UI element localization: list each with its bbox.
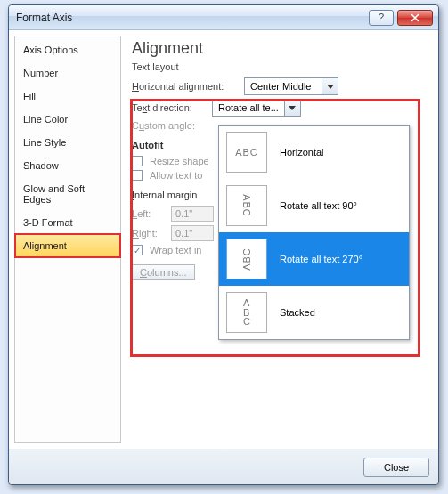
horizontal-alignment-label: Horizontal alignment:: [132, 81, 240, 92]
horizontal-icon: ABC: [226, 132, 267, 173]
svg-text:?: ?: [379, 13, 384, 22]
sidebar-item-alignment[interactable]: Alignment: [15, 234, 120, 257]
horizontal-alignment-combo[interactable]: Center Middle: [244, 77, 338, 95]
resize-shape-label: Resize shape: [150, 156, 209, 166]
checkbox-icon: ✓: [132, 245, 143, 255]
checkbox-icon: [132, 170, 143, 181]
sidebar-item-axis-options[interactable]: Axis Options: [15, 38, 120, 61]
category-sidebar: Axis Options Number Fill Line Color Line…: [14, 36, 121, 443]
close-button[interactable]: Close: [363, 458, 429, 477]
title-bar: Format Axis ?: [9, 5, 438, 30]
text-direction-combo[interactable]: Rotate all te...: [212, 99, 301, 117]
left-label: Left:: [132, 208, 167, 219]
stacked-icon: ABC: [226, 292, 267, 333]
dropdown-label: Rotate all text 270°: [280, 254, 402, 264]
left-margin-input: 0.1": [171, 206, 214, 222]
custom-angle-label: Custom angle:: [132, 120, 195, 131]
dropdown-item-stacked[interactable]: ABC Stacked: [219, 286, 409, 339]
dropdown-label: Stacked: [280, 307, 402, 318]
dropdown-item-horizontal[interactable]: ABC Horizontal: [219, 126, 409, 179]
right-margin-input: 0.1": [171, 225, 214, 241]
right-label: Right:: [132, 228, 167, 239]
window-title: Format Axis: [16, 12, 369, 24]
sidebar-item-3d-format[interactable]: 3-D Format: [15, 211, 120, 234]
panel-heading: Alignment: [132, 39, 428, 58]
dialog-footer: Close: [9, 449, 438, 484]
help-button[interactable]: ?: [369, 10, 394, 26]
sidebar-item-number[interactable]: Number: [15, 61, 120, 85]
text-direction-label: Text direction:: [132, 102, 208, 113]
sidebar-item-line-style[interactable]: Line Style: [15, 131, 120, 154]
text-direction-value: Rotate all te...: [213, 102, 284, 113]
text-direction-row: Text direction: Rotate all te...: [132, 99, 428, 117]
sidebar-item-fill[interactable]: Fill: [15, 85, 120, 108]
text-layout-label: Text layout: [132, 61, 428, 72]
text-direction-dropdown: ABC Horizontal ABC Rotate all text 90° A…: [218, 125, 410, 340]
wrap-text-label: Wrap text in: [150, 245, 202, 255]
rotate-270-icon: ABC: [226, 239, 267, 279]
allow-text-label: Allow text to: [150, 170, 202, 181]
sidebar-item-line-color[interactable]: Line Color: [15, 108, 120, 131]
sidebar-item-glow[interactable]: Glow and Soft Edges: [15, 177, 120, 211]
dropdown-item-rotate-90[interactable]: ABC Rotate all text 90°: [219, 179, 409, 232]
dropdown-label: Horizontal: [280, 147, 402, 158]
dropdown-label: Rotate all text 90°: [280, 200, 402, 211]
window-close-button[interactable]: [397, 10, 433, 26]
rotate-90-icon: ABC: [226, 185, 267, 226]
columns-button: Columns...: [132, 264, 195, 280]
chevron-down-icon[interactable]: [322, 78, 338, 94]
horizontal-alignment-row: Horizontal alignment: Center Middle: [132, 77, 428, 95]
dropdown-item-rotate-270[interactable]: ABC Rotate all text 270°: [219, 232, 409, 286]
chevron-down-icon[interactable]: [284, 100, 300, 116]
checkbox-icon: [132, 156, 143, 166]
horizontal-alignment-value: Center Middle: [245, 81, 322, 92]
sidebar-item-shadow[interactable]: Shadow: [15, 154, 120, 177]
